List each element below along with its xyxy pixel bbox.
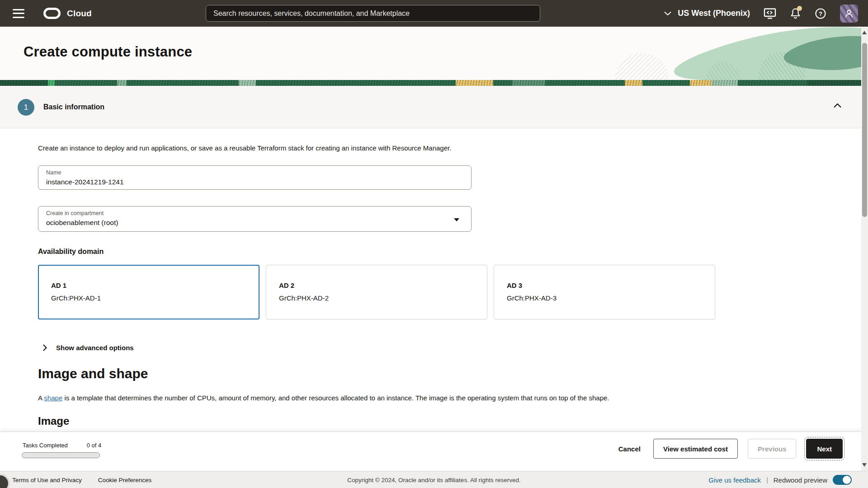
- ad-card-1[interactable]: AD 1 GrCh:PHX-AD-1: [38, 265, 259, 319]
- topbar: Cloud US West (Phoenix): [0, 0, 868, 27]
- page-title: Create compute instance: [24, 44, 192, 60]
- dev-console-icon: [764, 8, 776, 19]
- ad-card-3[interactable]: AD 3 GrCh:PHX-AD-3: [494, 265, 715, 319]
- section-description: Create an instance to deploy and run app…: [38, 143, 861, 153]
- step-header: 1 Basic information: [0, 86, 861, 128]
- step-number-badge: 1: [18, 99, 34, 116]
- notifications-button[interactable]: [790, 7, 801, 19]
- svg-text:?: ?: [819, 10, 822, 17]
- redwood-preview-toggle[interactable]: [833, 475, 852, 485]
- notification-badge: [797, 6, 802, 11]
- tasks-progress-bar: [22, 452, 100, 458]
- wizard-action-bar: Tasks Completed 0 of 4 Cancel View estim…: [0, 432, 868, 471]
- user-avatar[interactable]: [840, 5, 858, 23]
- ad-card-title: AD 3: [507, 282, 715, 289]
- help-icon: ?: [815, 8, 826, 19]
- advanced-options-label: Show advanced options: [56, 344, 134, 352]
- chevron-down-icon: [664, 11, 671, 16]
- page-banner: Create compute instance: [0, 27, 868, 86]
- name-field-label: Name: [46, 169, 61, 176]
- ad-card-title: AD 1: [51, 282, 259, 289]
- form-content: Create an instance to deploy and run app…: [0, 129, 861, 471]
- brand-name: Cloud: [67, 9, 92, 19]
- compartment-label: Create in compartment: [46, 210, 104, 216]
- show-advanced-options-toggle[interactable]: Show advanced options: [43, 344, 134, 352]
- name-field-value: instance-20241219-1241: [46, 178, 124, 186]
- person-icon: [843, 8, 855, 19]
- ad-card-2[interactable]: AD 2 GrCh:PHX-AD-2: [266, 265, 487, 319]
- region-selector[interactable]: US West (Phoenix): [664, 9, 750, 18]
- shape-text-suffix: is a template that determines the number…: [62, 394, 609, 402]
- menu-icon[interactable]: [13, 9, 24, 18]
- tasks-completed-count: 0 of 4: [87, 442, 102, 449]
- ad-card-title: AD 2: [279, 282, 487, 289]
- previous-button[interactable]: Previous: [748, 439, 796, 459]
- banner-decorative-strip: [0, 80, 868, 86]
- cancel-button[interactable]: Cancel: [616, 439, 643, 459]
- ad-card-subtitle: GrCh:PHX-AD-2: [279, 294, 487, 302]
- cloud-shell-button[interactable]: [764, 8, 776, 19]
- search-input[interactable]: [206, 5, 540, 22]
- oracle-cloud-logo[interactable]: Cloud: [43, 8, 92, 19]
- shape-text-prefix: A: [38, 394, 44, 402]
- shape-link[interactable]: shape: [44, 394, 62, 402]
- image-and-shape-heading: Image and shape: [38, 366, 861, 381]
- give-feedback-link[interactable]: Give us feedback: [708, 476, 761, 484]
- banner-artwork: [588, 27, 868, 80]
- footer-separator: |: [766, 476, 768, 483]
- redwood-preview-label: Redwood preview: [774, 476, 827, 484]
- ad-card-subtitle: GrCh:PHX-AD-3: [507, 294, 715, 302]
- help-button[interactable]: ?: [815, 8, 826, 19]
- chevron-right-icon: [43, 344, 47, 351]
- collapse-section-button[interactable]: [832, 101, 843, 111]
- toggle-knob: [843, 476, 851, 484]
- scroll-down-arrow-icon[interactable]: [862, 463, 867, 467]
- name-field[interactable]: Name instance-20241219-1241: [38, 165, 472, 190]
- compartment-value: ociobenablement (root): [46, 219, 118, 227]
- caret-down-icon: [454, 218, 459, 221]
- image-heading: Image: [38, 415, 861, 427]
- create-compute-instance-page: Cloud US West (Phoenix): [0, 0, 868, 488]
- scrollbar-thumb[interactable]: [862, 43, 867, 217]
- footer: Terms of Use and Privacy Cookie Preferen…: [0, 471, 868, 488]
- next-button[interactable]: Next: [806, 439, 843, 459]
- availability-domain-heading: Availability domain: [38, 248, 861, 256]
- ad-card-subtitle: GrCh:PHX-AD-1: [51, 294, 259, 302]
- tasks-completed-label: Tasks Completed: [23, 442, 68, 449]
- oracle-logo-icon: [43, 8, 61, 19]
- region-label: US West (Phoenix): [678, 9, 750, 18]
- view-estimated-cost-button[interactable]: View estimated cost: [653, 439, 738, 459]
- step-title: Basic information: [43, 103, 104, 111]
- page-scrollbar[interactable]: [861, 27, 868, 471]
- chevron-up-icon: [834, 103, 841, 108]
- shape-description: A shape is a template that determines th…: [38, 393, 861, 403]
- compartment-select[interactable]: Create in compartment ociobenablement (r…: [38, 206, 472, 232]
- scroll-up-arrow-icon[interactable]: [862, 31, 867, 34]
- availability-domain-options: AD 1 GrCh:PHX-AD-1 AD 2 GrCh:PHX-AD-2 AD…: [38, 265, 861, 319]
